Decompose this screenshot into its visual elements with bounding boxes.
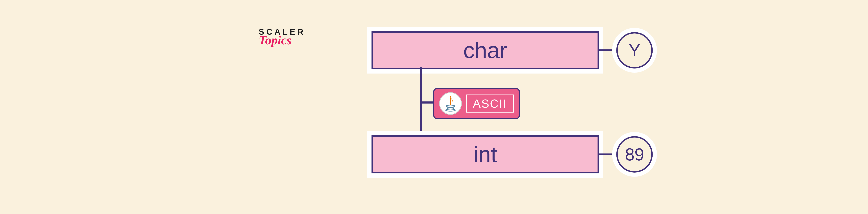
- char-value-circle: Y: [616, 32, 653, 69]
- java-icon: [439, 92, 462, 115]
- ascii-badge: ASCII: [433, 88, 520, 119]
- int-type-box: int: [372, 135, 599, 173]
- conversion-section: ASCII: [372, 69, 599, 135]
- connector-line: [421, 102, 435, 104]
- svg-point-2: [446, 109, 455, 111]
- char-row: char Y: [372, 31, 653, 69]
- scaler-topics-logo: SCALER Topics: [259, 28, 305, 46]
- connector-line: [599, 153, 616, 155]
- connector-line: [599, 49, 616, 51]
- int-value-circle: 89: [616, 136, 653, 173]
- svg-point-0: [446, 105, 455, 107]
- int-row: int 89: [372, 135, 653, 173]
- char-to-int-diagram: char Y ASCII int 89: [372, 31, 653, 173]
- ascii-label: ASCII: [466, 95, 514, 112]
- char-type-box: char: [372, 31, 599, 69]
